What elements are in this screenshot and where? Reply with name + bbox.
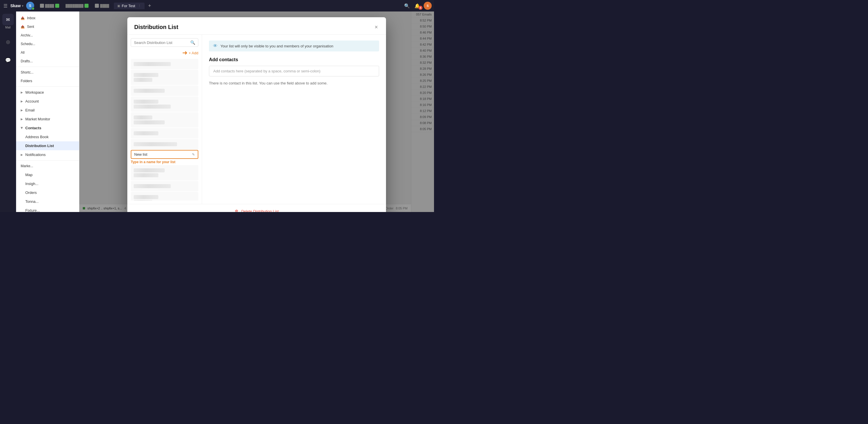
add-distribution-button[interactable]: + Add	[189, 49, 198, 57]
tab3-label: ████	[100, 4, 109, 7]
for-test-tab[interactable]: ▣ For Test ⋮	[114, 3, 145, 9]
modal-right-panel: 👁 Your list will only be visible to you …	[202, 35, 386, 204]
list-item[interactable]	[131, 165, 198, 181]
modal-overlay: Distribution List × 🔍 ➜	[79, 11, 434, 212]
user-avatar[interactable]: S	[424, 2, 432, 10]
for-test-tab-more-icon[interactable]: ⋮	[138, 4, 141, 8]
menu-icon[interactable]: ☰	[2, 2, 9, 10]
nav-separator-2	[16, 87, 79, 87]
search-distribution-icon: 🔍	[190, 40, 195, 45]
nav-distribution-list[interactable]: Distribution List	[16, 141, 79, 150]
user-avatar-blue[interactable]: S	[26, 2, 34, 10]
tooltip-annotation: Type in a name for your list	[131, 160, 198, 164]
new-tab-button[interactable]: +	[146, 2, 153, 9]
email-arrow-icon: ▶	[21, 108, 23, 112]
distribution-list-modal: Distribution List × 🔍 ➜	[127, 17, 386, 212]
nav-tab-3[interactable]: ████	[92, 3, 112, 9]
distribution-list-items: ✎ Type in a name for your list	[131, 59, 198, 200]
list-item[interactable]	[131, 86, 198, 96]
nav-tabs: ████ ████████ ████	[37, 3, 112, 9]
modal-title: Distribution List	[134, 24, 178, 30]
list-item[interactable]	[131, 139, 198, 150]
delete-distribution-list-button[interactable]: 🗑 Delete Distribution List	[235, 209, 279, 212]
nav-schedule[interactable]: Schedu...	[16, 40, 79, 48]
add-contacts-title: Add contacts	[209, 57, 379, 62]
info-eye-icon: 👁	[213, 43, 218, 48]
sent-icon: 📤	[21, 25, 25, 29]
search-icon-top[interactable]: 🔍	[403, 2, 411, 10]
nav-shortcuts[interactable]: Shortc...	[16, 68, 79, 77]
nav-sent[interactable]: 📤 Sent	[16, 23, 79, 31]
list-item[interactable]	[131, 128, 198, 138]
inbox-icon: 📥	[21, 17, 25, 20]
tab3-icon	[95, 4, 99, 8]
notification-wrapper: 🔔 5	[413, 3, 421, 9]
nav-notifications[interactable]: ▶ Notifications	[16, 150, 79, 159]
list-item[interactable]	[131, 70, 198, 85]
nav-tab-2[interactable]: ████████	[63, 3, 91, 9]
delete-label: Delete Distribution List	[241, 209, 279, 212]
nav-orders[interactable]: Orders	[16, 188, 79, 197]
nav-archive[interactable]: Archiv...	[16, 31, 79, 40]
nav-tonnage[interactable]: Tonna...	[16, 197, 79, 206]
folders-label: Folders	[21, 79, 32, 83]
tab1-icon	[40, 4, 44, 8]
nav-account[interactable]: ▶ Account	[16, 97, 79, 106]
nav-separator-3	[16, 160, 79, 161]
contacts-input[interactable]: Add contacts here (separated by a space,…	[209, 66, 379, 76]
nav-all[interactable]: All	[16, 48, 79, 57]
content-area: 057 Emails 8:52 PM 8:50 PM 8:46 PM 8:44 …	[79, 11, 434, 212]
nav-fixture[interactable]: Fixture...	[16, 206, 79, 212]
sidebar-market-item[interactable]: ◎	[2, 36, 14, 47]
sidebar-mail-item[interactable]: ✉	[2, 14, 14, 25]
nav-map[interactable]: Map	[16, 170, 79, 179]
nav-address-book[interactable]: Address Book	[16, 132, 79, 141]
insight-label: Insigh...	[25, 182, 38, 186]
nav-folders[interactable]: Folders	[16, 77, 79, 85]
nav-workspace[interactable]: ▶ Workspace	[16, 88, 79, 97]
workspace-arrow-icon: ▶	[21, 91, 23, 94]
brand-label[interactable]: Skaw ▾	[10, 3, 23, 8]
for-test-tab-icon: ▣	[117, 4, 120, 8]
nav-insight[interactable]: Insigh...	[16, 179, 79, 188]
nav-market-monitor[interactable]: ▶ Market Monitor	[16, 115, 79, 124]
avatar-online-badge	[32, 7, 34, 10]
nav-inbox[interactable]: 📥 Inbox	[16, 14, 79, 23]
fixture-label: Fixture...	[25, 208, 40, 212]
brand-arrow-icon: ▾	[22, 4, 23, 7]
account-arrow-icon: ▶	[21, 100, 23, 103]
map-label: Map	[25, 173, 32, 177]
mail-label: Mail	[5, 26, 10, 29]
list-item[interactable]	[131, 112, 198, 128]
account-label: Account	[25, 99, 39, 103]
sidebar-chat-item[interactable]: 💬	[2, 54, 14, 66]
modal-footer: 🗑 Delete Distribution List	[127, 204, 386, 212]
market-monitor-arrow-icon: ▶	[21, 118, 23, 121]
nav-contacts[interactable]: ▶ Contacts	[16, 124, 79, 132]
new-list-item[interactable]: ✎	[131, 150, 198, 159]
app-sidebar: ✉ Mail ◎ 💬	[0, 11, 16, 212]
notifications-label: Notifications	[25, 153, 46, 157]
shortcuts-label: Shortc...	[21, 70, 34, 74]
list-item[interactable]	[131, 59, 198, 69]
new-list-name-input[interactable]	[134, 152, 192, 157]
nav-tab-1[interactable]: ████	[37, 3, 62, 9]
nav-market-section[interactable]: Marke...	[16, 162, 79, 170]
tab1-badge	[55, 4, 59, 8]
nav-drafts[interactable]: Drafts...	[16, 57, 79, 65]
notifications-arrow-icon: ▶	[21, 153, 23, 156]
list-item[interactable]	[131, 192, 198, 200]
schedule-label: Schedu...	[21, 42, 35, 46]
search-distribution-box[interactable]: 🔍	[131, 38, 198, 47]
nav-panel: 📥 Inbox 📤 Sent Archiv... Schedu... All D…	[16, 11, 79, 212]
empty-contacts-text: There is no contact in this list. You ca…	[209, 81, 379, 85]
nav-email[interactable]: ▶ Email	[16, 106, 79, 115]
list-item[interactable]	[131, 97, 198, 112]
list-item[interactable]	[131, 181, 198, 191]
nav-separator-1	[16, 67, 79, 67]
sent-label: Sent	[27, 25, 34, 29]
new-list-edit-icon: ✎	[192, 153, 195, 157]
search-distribution-input[interactable]	[134, 40, 189, 45]
modal-close-button[interactable]: ×	[373, 23, 379, 31]
archive-label: Archiv...	[21, 33, 33, 37]
